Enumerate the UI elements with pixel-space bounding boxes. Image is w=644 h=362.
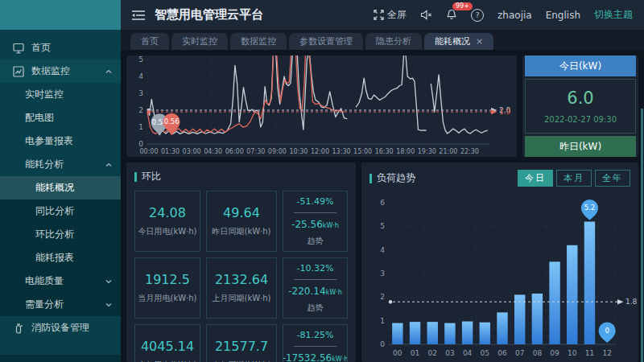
svg-text:5.2: 5.2	[584, 204, 596, 212]
chevron-up-icon	[105, 162, 112, 168]
sidebar-item-yoy-analysis[interactable]: 同比分析	[0, 200, 121, 223]
chevron-up-icon	[105, 68, 112, 75]
vertical-scrollbar[interactable]	[641, 109, 643, 362]
fullscreen-button[interactable]: 全屏	[374, 8, 407, 22]
today-kw-button[interactable]: 今日(kW)	[525, 56, 636, 76]
data-monitor-icon	[13, 66, 24, 77]
svg-text:3: 3	[380, 269, 385, 278]
svg-text:00: 00	[393, 349, 402, 357]
svg-text:0: 0	[380, 340, 385, 348]
user-menu[interactable]: zhaojia	[497, 10, 532, 21]
theme-toggle-link[interactable]: 切换主题	[594, 8, 633, 22]
sidebar-item-data-monitor[interactable]: 数据监控	[0, 60, 121, 83]
svg-text:2: 2	[138, 106, 143, 114]
top-header: 智慧用电管理云平台 全屏 99+ ? zhaojia English 切换主题	[121, 0, 644, 30]
svg-text:21:00: 21:00	[439, 148, 457, 155]
load-trend-panel: 负荷趋势 今日 本月 全年 01234560001020304050607080…	[361, 162, 638, 362]
sidebar-item-label: 首页	[31, 41, 51, 55]
close-icon[interactable]: ×	[476, 36, 483, 47]
mute-button[interactable]	[420, 10, 432, 20]
tab-param-settings[interactable]: 参数设置管理	[289, 33, 363, 50]
sidebar-item-energy-overview[interactable]: 能耗概况	[0, 176, 121, 200]
page-title: 智慧用电管理云平台	[155, 7, 263, 23]
load-trend-title: 负荷趋势	[377, 171, 415, 185]
svg-text:1.8: 1.8	[625, 298, 638, 306]
trend-percent: -10.32%	[297, 263, 334, 274]
trend-delta: -25.56kW·h	[291, 219, 339, 230]
svg-text:09: 09	[550, 349, 559, 357]
svg-text:10: 10	[568, 349, 577, 357]
svg-text:19:30: 19:30	[418, 148, 436, 155]
stat-today-usage: 24.08 今日用电(kW·h)	[134, 191, 200, 252]
chevron-down-icon	[105, 302, 112, 308]
sidebar-item-distribution-map[interactable]: 配电图	[0, 106, 121, 130]
tab-energy-overview[interactable]: 能耗概况 ×	[424, 33, 493, 50]
language-switch[interactable]: English	[546, 10, 580, 21]
range-button-year[interactable]: 全年	[595, 170, 630, 187]
svg-text:04:30: 04:30	[204, 148, 222, 155]
sidebar-item-realtime[interactable]: 实时监控	[0, 83, 121, 106]
line-chart-svg: 01234500:0001:3003:0004:3006:0007:3009:0…	[126, 56, 517, 157]
tab-home[interactable]: 首页	[130, 33, 169, 50]
mom-title: 环比	[142, 170, 161, 183]
svg-text:4: 4	[380, 246, 385, 254]
kw-value-box: 6.0 2022-02-27 09:30	[525, 79, 636, 134]
yesterday-kw-button[interactable]: 昨日(kW)	[525, 136, 636, 157]
tab-label: 实时监控	[182, 35, 217, 47]
divider	[294, 212, 336, 213]
sidebar-item-label: 数据监控	[31, 64, 70, 78]
svg-text:2: 2	[380, 293, 385, 301]
stat-value: 49.64	[223, 205, 260, 220]
sidebar-item-power-quality[interactable]: 电能质量	[0, 269, 121, 293]
stat-last-year-same: 21577.7 去年同期(kW·h)	[206, 324, 277, 362]
stat-trend-month: -10.32% -220.14kW·h 趋势	[283, 257, 348, 319]
stat-value: 21577.7	[215, 339, 268, 354]
sidebar-item-energy-analysis[interactable]: 能耗分析	[0, 153, 121, 176]
sidebar-item-param-report[interactable]: 电参量报表	[0, 130, 121, 153]
svg-text:1: 1	[380, 317, 385, 325]
sidebar-item-label: 环比分析	[35, 228, 74, 241]
sidebar-item-demand-analysis[interactable]: 需量分析	[0, 293, 121, 316]
fire-extinguisher-icon	[13, 323, 24, 334]
speaker-muted-icon	[420, 10, 432, 20]
svg-text:06:00: 06:00	[225, 148, 244, 155]
range-button-today[interactable]: 今日	[518, 170, 553, 187]
stat-value: 24.08	[149, 205, 186, 220]
title-accent-bar	[369, 174, 372, 183]
daily-load-line-chart: 01234500:0001:3003:0004:3006:0007:3009:0…	[126, 56, 517, 157]
range-button-month[interactable]: 本月	[556, 170, 592, 187]
menu-fold-icon[interactable]	[132, 10, 145, 21]
svg-text:10:30: 10:30	[289, 148, 308, 155]
sidebar-item-label: 配电图	[25, 111, 54, 125]
svg-text:6: 6	[380, 199, 385, 207]
sidebar-item-home[interactable]: 首页	[0, 36, 121, 60]
content-area: 01234500:0001:3003:0004:3006:0007:3009:0…	[121, 50, 644, 362]
stat-month-usage: 1912.5 当月用电(kW·h)	[134, 257, 200, 319]
trend-label: 趋势	[308, 236, 324, 247]
tab-data-monitor[interactable]: 数据监控	[230, 33, 287, 50]
help-button[interactable]: ?	[471, 9, 484, 22]
svg-text:02: 02	[428, 349, 437, 357]
stat-value: 2132.64	[215, 272, 268, 287]
tab-hazard-analysis[interactable]: 隐患分析	[365, 33, 422, 50]
sidebar-item-fire-equipment[interactable]: 消防设备管理	[0, 316, 121, 339]
trend-percent: -51.49%	[297, 196, 334, 207]
sidebar-item-label: 能耗分析	[25, 158, 64, 171]
sidebar-item-mom-analysis[interactable]: 环比分析	[0, 223, 121, 246]
tab-realtime[interactable]: 实时监控	[171, 33, 228, 50]
svg-text:4: 4	[138, 72, 143, 80]
sidebar-item-label: 能耗报表	[35, 251, 74, 265]
svg-text:00:00: 00:00	[139, 148, 158, 155]
svg-text:07:30: 07:30	[246, 148, 265, 155]
stat-year-usage: 4045.14 今年用电(kW·h)	[134, 324, 200, 362]
svg-text:1.9: 1.9	[499, 108, 511, 116]
svg-text:01: 01	[411, 349, 419, 357]
stat-trend-year: -81.25% -17532.56kW·h 趋势	[283, 324, 348, 362]
stat-label: 昨日同期(kW·h)	[213, 226, 271, 237]
sidebar-item-energy-report[interactable]: 能耗报表	[0, 246, 121, 269]
stat-label: 今日用电(kW·h)	[138, 226, 197, 237]
notifications-button[interactable]: 99+	[446, 9, 457, 21]
svg-text:03: 03	[445, 349, 454, 357]
tab-label: 参数设置管理	[299, 35, 353, 47]
sidebar: 首页 数据监控 实时监控 配电图 电参量报表 能耗分析 能耗概况 同比分析 环比…	[0, 0, 121, 362]
